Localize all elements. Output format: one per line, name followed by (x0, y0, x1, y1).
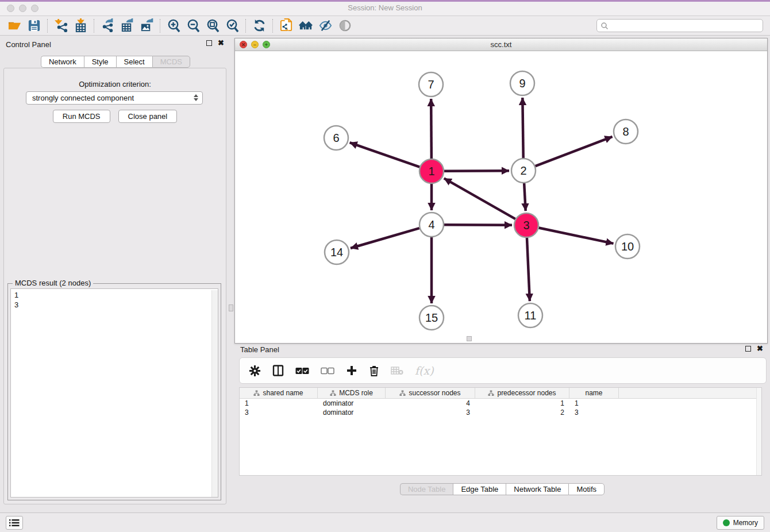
column-header-shared-name[interactable]: shared name (240, 388, 318, 398)
close-panel-icon[interactable]: ✖ (218, 40, 224, 46)
import-network-button[interactable] (51, 18, 71, 34)
add-column-button[interactable] (346, 365, 357, 376)
eye-slash-icon (318, 18, 333, 33)
run-mcds-button[interactable]: Run MCDS (53, 110, 110, 123)
cell-successor-nodes[interactable]: 4 (386, 399, 475, 408)
unchecked-boxes-icon (321, 367, 334, 375)
table-row[interactable]: 3 dominator 3 2 3 (240, 408, 761, 417)
graph-edge-4-3[interactable] (444, 225, 512, 225)
graph-node-1[interactable]: 1 (419, 159, 444, 183)
tab-select[interactable]: Select (116, 56, 152, 68)
graph-node-9[interactable]: 9 (510, 71, 534, 95)
tab-mcds[interactable]: MCDS (152, 56, 190, 68)
cell-shared-name[interactable]: 1 (240, 399, 318, 408)
graph-node-4[interactable]: 4 (419, 213, 444, 237)
column-header-name[interactable]: name (569, 388, 619, 398)
select-all-button[interactable] (295, 367, 309, 375)
graph-node-15[interactable]: 15 (419, 306, 444, 330)
save-session-button[interactable] (24, 18, 44, 34)
tab-network[interactable]: Network (41, 56, 84, 68)
toolbar-separator (47, 19, 48, 33)
graph-edge-2-9[interactable] (522, 98, 523, 158)
export-network-button[interactable] (98, 18, 117, 34)
graph-edge-3-10[interactable] (539, 228, 614, 244)
zoom-selected-button[interactable] (222, 18, 242, 34)
graph-node-6[interactable]: 6 (324, 126, 348, 150)
tab-network-table[interactable]: Network Table (506, 483, 568, 495)
clone-network-button[interactable] (276, 18, 296, 34)
result-scrollbar[interactable] (211, 290, 218, 497)
network-canvas[interactable]: 7968124314101511 (235, 51, 767, 343)
tab-motifs[interactable]: Motifs (568, 483, 605, 495)
dropdown-stepper-icon (194, 94, 198, 101)
show-graphics-details-button[interactable] (315, 18, 335, 34)
zoom-in-button[interactable] (164, 18, 183, 34)
graph-edge-3-1[interactable] (444, 178, 515, 219)
graph-node-7[interactable]: 7 (419, 72, 443, 97)
cell-mcds-role[interactable]: dominator (318, 399, 386, 408)
cell-predecessor-nodes[interactable]: 1 (475, 399, 569, 408)
tab-edge-table[interactable]: Edge Table (453, 483, 506, 495)
graph-edge-2-8[interactable] (536, 137, 613, 166)
cell-predecessor-nodes[interactable]: 2 (475, 408, 569, 417)
control-panel-title: Control Panel (6, 40, 51, 49)
search-field[interactable] (596, 19, 763, 32)
delete-table-button[interactable] (391, 366, 403, 375)
delete-column-button[interactable] (369, 365, 379, 376)
splitter-handle[interactable] (229, 304, 233, 311)
cell-name[interactable]: 3 (569, 408, 619, 417)
table-scrollbar[interactable] (756, 388, 761, 475)
graph-edge-1-2[interactable] (444, 171, 509, 171)
graph-edge-3-11[interactable] (527, 238, 530, 301)
mcds-result-text[interactable]: 1 3 (10, 288, 218, 498)
graph-node-10[interactable]: 10 (615, 234, 640, 259)
zoom-selected-icon (225, 18, 240, 33)
table-row[interactable]: 1 dominator 4 1 1 (240, 399, 761, 408)
svg-text:7: 7 (428, 78, 434, 91)
zoom-out-button[interactable] (183, 18, 203, 34)
cell-mcds-role[interactable]: dominator (318, 408, 386, 417)
graph-node-14[interactable]: 14 (325, 240, 349, 264)
graph-node-8[interactable]: 8 (614, 119, 638, 144)
column-header-predecessor-nodes[interactable]: predecessor nodes (475, 388, 569, 398)
graph-edge-2-3[interactable] (524, 183, 526, 211)
cell-shared-name[interactable]: 3 (240, 408, 318, 417)
cell-name[interactable]: 1 (569, 399, 619, 408)
cell-successor-nodes[interactable]: 3 (386, 408, 475, 417)
column-header-successor-nodes[interactable]: successor nodes (386, 388, 475, 398)
network-graph[interactable]: 7968124314101511 (235, 51, 767, 343)
column-settings-button[interactable] (249, 365, 261, 377)
birds-eye-view-button[interactable] (335, 18, 355, 34)
network-window-titlebar[interactable]: ✕ − + scc.txt (235, 38, 767, 51)
list-icon (9, 519, 20, 527)
graph-edge-1-7[interactable] (431, 99, 432, 159)
search-input[interactable] (609, 22, 759, 30)
splitter-handle[interactable] (467, 336, 472, 341)
tab-node-table[interactable]: Node Table (400, 483, 453, 495)
zoom-fit-button[interactable] (203, 18, 222, 34)
column-header-mcds-role[interactable]: MCDS role (318, 388, 386, 398)
task-history-button[interactable] (6, 516, 23, 530)
graph-node-3[interactable]: 3 (514, 213, 538, 237)
graph-node-11[interactable]: 11 (518, 303, 542, 327)
memory-button[interactable]: Memory (717, 516, 764, 530)
criterion-dropdown[interactable]: strongly connected component (26, 91, 203, 105)
open-session-button[interactable] (5, 18, 24, 34)
first-neighbors-button[interactable] (296, 18, 315, 34)
float-table-panel-icon[interactable] (745, 346, 751, 352)
tab-style[interactable]: Style (84, 56, 116, 68)
export-image-button[interactable] (137, 18, 156, 34)
graph-node-2[interactable]: 2 (511, 159, 536, 183)
close-table-panel-icon[interactable]: ✖ (757, 346, 763, 352)
export-table-button[interactable] (117, 18, 137, 34)
graph-edge-4-14[interactable] (351, 228, 419, 248)
apply-function-button[interactable]: f(x) (415, 364, 434, 377)
float-panel-icon[interactable] (206, 40, 212, 46)
control-panel: Control Panel ✖ Network Style Select MCD… (0, 36, 231, 512)
split-view-button[interactable] (272, 365, 284, 376)
refresh-layout-button[interactable] (249, 18, 269, 34)
deselect-all-button[interactable] (321, 367, 334, 375)
import-table-button[interactable] (71, 18, 90, 34)
graph-edge-1-6[interactable] (350, 142, 420, 167)
close-panel-button[interactable]: Close panel (118, 110, 178, 123)
